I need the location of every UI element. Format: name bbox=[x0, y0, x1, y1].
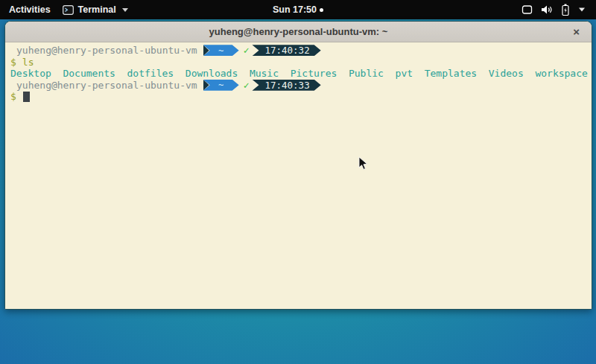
terminal-icon bbox=[63, 5, 74, 15]
status-check-icon: ✓ bbox=[244, 80, 250, 91]
volume-icon bbox=[541, 4, 553, 15]
desktop: Activities Terminal Sun 17:50 bbox=[0, 0, 596, 364]
notification-dot-icon bbox=[320, 8, 323, 12]
input-line[interactable]: $ bbox=[10, 91, 592, 103]
terminal-content[interactable]: yuheng@henry-personal-ubuntu-vm ~ ✓ 17:4… bbox=[5, 42, 592, 309]
prompt-line-2: yuheng@henry-personal-ubuntu-vm ~ ✓ 17:4… bbox=[10, 80, 592, 92]
app-menu-label: Terminal bbox=[78, 4, 116, 15]
command-text: ls bbox=[22, 57, 34, 68]
time-segment: 17:40:33 bbox=[252, 80, 320, 91]
prompt-symbol: $ bbox=[10, 57, 16, 68]
chevron-down-icon bbox=[578, 7, 586, 12]
prompt-line-1: yuheng@henry-personal-ubuntu-vm ~ ✓ 17:4… bbox=[10, 45, 592, 57]
screen-icon bbox=[522, 4, 533, 15]
time-label: 17:40:33 bbox=[264, 80, 309, 91]
user-host: yuheng@henry-personal-ubuntu-vm bbox=[10, 45, 197, 56]
window-title: yuheng@henry-personal-ubuntu-vm: ~ bbox=[209, 26, 388, 37]
time-label: 17:40:32 bbox=[264, 45, 309, 56]
system-tray[interactable] bbox=[522, 4, 596, 16]
path-label: ~ bbox=[218, 80, 224, 90]
activities-button[interactable]: Activities bbox=[7, 4, 52, 15]
clock-button[interactable]: Sun 17:50 bbox=[273, 4, 323, 15]
text-cursor bbox=[23, 92, 30, 102]
title-bar[interactable]: yuheng@henry-personal-ubuntu-vm: ~ × bbox=[5, 22, 592, 42]
command-line: $ ls bbox=[10, 57, 592, 68]
mouse-cursor-icon bbox=[358, 156, 369, 171]
ls-output: Desktop Documents dotfiles Downloads Mus… bbox=[10, 68, 592, 80]
status-check-icon: ✓ bbox=[244, 45, 250, 56]
close-button[interactable]: × bbox=[573, 22, 580, 42]
battery-charging-icon bbox=[561, 4, 570, 16]
chevron-down-icon bbox=[122, 8, 128, 12]
prompt-symbol: $ bbox=[10, 91, 16, 102]
clock-label: Sun 17:50 bbox=[273, 4, 317, 15]
path-label: ~ bbox=[218, 45, 224, 56]
top-bar: Activities Terminal Sun 17:50 bbox=[0, 0, 596, 19]
time-segment: 17:40:32 bbox=[252, 45, 320, 56]
terminal-window: yuheng@henry-personal-ubuntu-vm: ~ × yuh… bbox=[4, 21, 592, 310]
app-menu-terminal[interactable]: Terminal bbox=[63, 4, 128, 15]
user-host: yuheng@henry-personal-ubuntu-vm bbox=[10, 80, 197, 91]
